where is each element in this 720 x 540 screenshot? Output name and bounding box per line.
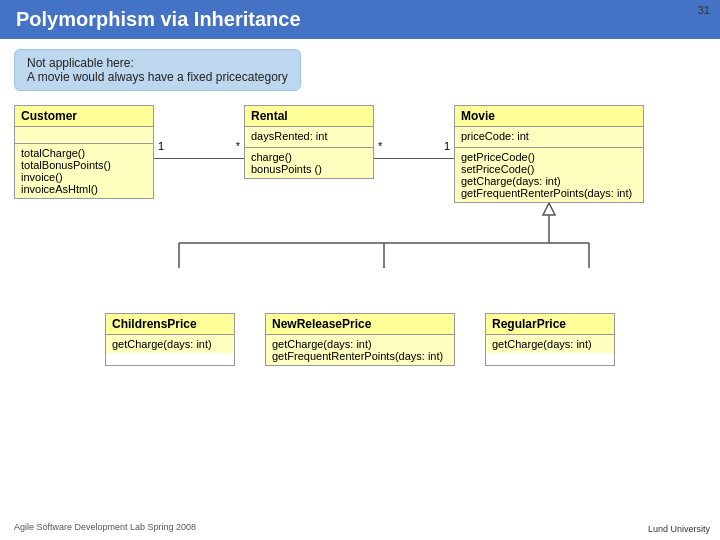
subclass-row: ChildrensPrice getCharge(days: int) NewR…: [0, 313, 720, 366]
rental-header: Rental: [245, 106, 373, 127]
footer-right: Lund University: [648, 524, 710, 534]
new-release-price-methods: getCharge(days: int) getFrequentRenterPo…: [266, 335, 454, 365]
regular-price-methods: getCharge(days: int): [486, 335, 614, 353]
slide-number: 31: [698, 4, 710, 16]
customer-header: Customer: [15, 106, 153, 127]
childrens-price-methods: getCharge(days: int): [106, 335, 234, 353]
new-release-price-box: NewReleasePrice getCharge(days: int) get…: [265, 313, 455, 366]
mult-star-label: *: [236, 140, 240, 152]
slide-title: Polymorphism via Inheritance: [0, 0, 720, 39]
regular-price-box: RegularPrice getCharge(days: int): [485, 313, 615, 366]
movie-header: Movie: [455, 106, 643, 127]
new-release-price-header: NewReleasePrice: [266, 314, 454, 335]
rental-attributes: daysRented: int: [245, 127, 373, 147]
movie-methods: getPriceCode() setPriceCode() getCharge(…: [455, 147, 643, 202]
note-box: Not applicable here: A movie would alway…: [14, 49, 301, 91]
note-line1: Not applicable here:: [27, 56, 134, 70]
customer-uml-box: Customer totalCharge() totalBonusPoints(…: [14, 105, 154, 199]
customer-attributes: [15, 127, 153, 143]
movie-uml-box: Movie priceCode: int getPriceCode() setP…: [454, 105, 644, 203]
childrens-price-header: ChildrensPrice: [106, 314, 234, 335]
rental-methods: charge() bonusPoints (): [245, 147, 373, 178]
customer-methods: totalCharge() totalBonusPoints() invoice…: [15, 143, 153, 198]
childrens-price-box: ChildrensPrice getCharge(days: int): [105, 313, 235, 366]
inheritance-svg: [14, 203, 720, 303]
regular-price-header: RegularPrice: [486, 314, 614, 335]
mult-1-label: 1: [158, 140, 164, 152]
movie-attributes: priceCode: int: [455, 127, 643, 147]
svg-marker-5: [543, 203, 555, 215]
note-line2: A movie would always have a fixed pricec…: [27, 70, 288, 84]
rental-uml-box: Rental daysRented: int charge() bonusPoi…: [244, 105, 374, 179]
footer-left: Agile Software Development Lab Spring 20…: [14, 522, 196, 532]
mult-star2-label: *: [378, 140, 382, 152]
mult-1b-label: 1: [444, 140, 450, 152]
